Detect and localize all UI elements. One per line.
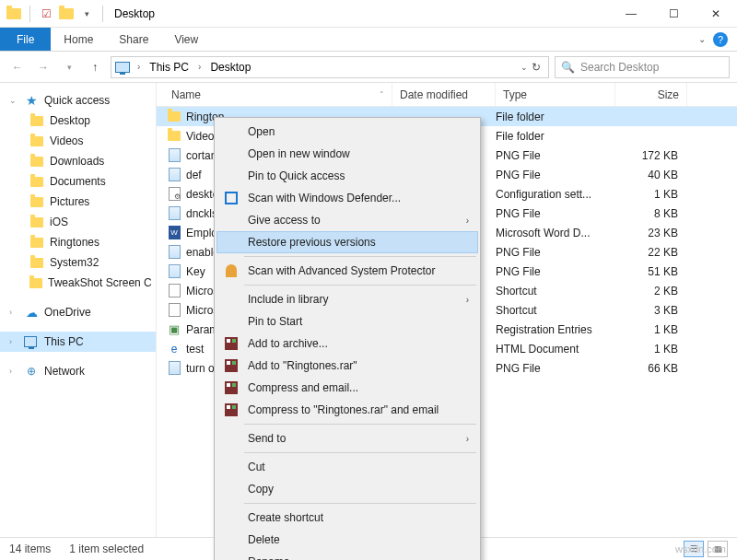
ctx-create-shortcut[interactable]: Create shortcut (216, 507, 478, 529)
ctx-scan-asp[interactable]: Scan with Advanced System Protector (216, 260, 478, 282)
image-icon (169, 361, 181, 375)
folder-icon (30, 217, 43, 228)
sidebar-quick-access[interactable]: ⌄★Quick access (0, 90, 156, 111)
sidebar-onedrive[interactable]: ›☁OneDrive (0, 302, 156, 322)
file-type: PNG File (496, 207, 615, 220)
chevron-right-icon: › (466, 295, 469, 305)
help-icon[interactable]: ? (713, 32, 728, 47)
file-size: 1 KB (615, 343, 687, 356)
checkbox-icon[interactable]: ☑ (38, 6, 54, 22)
ctx-send-to[interactable]: Send to› (216, 427, 478, 449)
column-type[interactable]: Type (496, 83, 615, 106)
ctx-rename[interactable]: Rename (216, 551, 478, 560)
ctx-compress-email[interactable]: Compress and email... (216, 377, 478, 399)
sidebar-network[interactable]: ›⊕Network (0, 361, 156, 381)
sidebar-item-downloads[interactable]: Downloads (0, 151, 156, 171)
tab-home[interactable]: Home (51, 28, 106, 51)
file-name: test (186, 343, 204, 356)
pc-icon (24, 334, 39, 349)
image-icon (169, 206, 181, 220)
ctx-compress-rar-email[interactable]: Compress to "Ringtones.rar" and email (216, 399, 478, 421)
file-type: File folder (496, 130, 615, 143)
ctx-copy[interactable]: Copy (216, 478, 478, 500)
file-type: Microsoft Word D... (496, 227, 615, 239)
file-type: Configuration sett... (496, 188, 615, 201)
ctx-pin-start[interactable]: Pin to Start (216, 310, 478, 332)
back-button[interactable]: ← (7, 57, 28, 77)
column-name[interactable]: Name˄ (164, 83, 392, 106)
column-headers: Name˄ Date modified Type Size (157, 83, 737, 107)
breadcrumb[interactable]: › This PC › Desktop ⌄ ↻ (111, 56, 549, 78)
folder-icon (168, 131, 181, 141)
file-size: 23 KB (615, 227, 687, 239)
ctx-give-access[interactable]: Give access to› (216, 209, 478, 231)
new-folder-icon[interactable] (58, 6, 75, 22)
sidebar-item-documents[interactable]: Documents (0, 171, 156, 192)
search-input[interactable]: 🔍 Search Desktop (555, 56, 730, 78)
ctx-pin-quick-access[interactable]: Pin to Quick access (216, 165, 478, 187)
title-bar: ☑ ▾ Desktop — ☐ ✕ (0, 0, 737, 28)
folder-icon (30, 258, 43, 268)
file-size: 66 KB (615, 362, 687, 375)
folder-icon (30, 177, 43, 187)
shield-icon (226, 264, 237, 277)
minimize-button[interactable]: — (610, 0, 652, 28)
html-icon: e (171, 343, 178, 356)
ctx-delete[interactable]: Delete (216, 529, 478, 551)
maximize-button[interactable]: ☐ (652, 0, 695, 28)
ctx-include-library[interactable]: Include in library› (216, 288, 478, 310)
shortcut-icon (169, 303, 181, 317)
crumb-desktop[interactable]: Desktop (206, 59, 254, 76)
refresh-button[interactable]: ⌄ ↻ (521, 61, 544, 74)
ctx-add-archive[interactable]: Add to archive... (216, 332, 478, 355)
file-type: Shortcut (496, 285, 615, 298)
file-size: 22 KB (615, 246, 687, 259)
sidebar-item-desktop[interactable]: Desktop (0, 111, 156, 131)
folder-icon (30, 157, 43, 167)
shortcut-icon (169, 284, 181, 298)
forward-button[interactable]: → (33, 57, 53, 77)
navigation-pane: ⌄★Quick access Desktop Videos Downloads … (0, 83, 157, 537)
image-icon (169, 245, 181, 259)
sidebar-item-ios[interactable]: iOS (0, 212, 156, 232)
sidebar-item-system32[interactable]: System32 (0, 252, 156, 273)
tab-view[interactable]: View (161, 28, 211, 51)
cloud-icon: ☁ (24, 305, 39, 320)
file-type: PNG File (496, 246, 615, 259)
chevron-down-icon[interactable]: ▾ (78, 6, 95, 22)
file-type: PNG File (496, 149, 615, 162)
ctx-add-rar[interactable]: Add to "Ringtones.rar" (216, 355, 478, 377)
ctx-restore-versions[interactable]: Restore previous versions (216, 231, 478, 253)
word-icon: W (169, 226, 181, 239)
folder-icon (30, 197, 43, 207)
folder-icon (30, 136, 43, 146)
chevron-right-icon: › (466, 216, 469, 226)
column-size[interactable]: Size (615, 83, 687, 106)
file-name: dnckls (186, 207, 217, 220)
tab-share[interactable]: Share (106, 28, 161, 51)
file-type: Registration Entries (496, 323, 615, 336)
window-controls: — ☐ ✕ (610, 0, 737, 28)
tab-file[interactable]: File (0, 28, 51, 51)
expand-ribbon-icon[interactable]: ⌄ (698, 34, 706, 44)
sidebar-item-ringtones[interactable]: Ringtones (0, 232, 156, 252)
sidebar-item-pictures[interactable]: Pictures (0, 192, 156, 212)
sidebar-item-videos[interactable]: Videos (0, 131, 156, 151)
ctx-open[interactable]: Open (216, 121, 478, 143)
ctx-open-new-window[interactable]: Open in new window (216, 143, 478, 165)
sort-icon: ˄ (380, 90, 384, 99)
column-date[interactable]: Date modified (392, 83, 496, 106)
close-button[interactable]: ✕ (695, 0, 737, 28)
quick-access-toolbar: ☑ ▾ Desktop (0, 6, 160, 22)
recent-dropdown-icon[interactable]: ▾ (59, 57, 79, 77)
up-button[interactable]: ↑ (85, 57, 105, 77)
sidebar-thispc[interactable]: ›This PC (0, 332, 156, 352)
ctx-scan-defender[interactable]: Scan with Windows Defender... (216, 187, 478, 209)
folder-icon (30, 116, 43, 126)
crumb-thispc[interactable]: This PC (146, 59, 193, 76)
ctx-cut[interactable]: Cut (216, 456, 478, 478)
settings-file-icon (169, 187, 181, 201)
file-type: HTML Document (496, 343, 615, 356)
pc-icon (115, 62, 130, 73)
sidebar-item-tweakshot[interactable]: TweakShot Screen C (0, 273, 156, 293)
